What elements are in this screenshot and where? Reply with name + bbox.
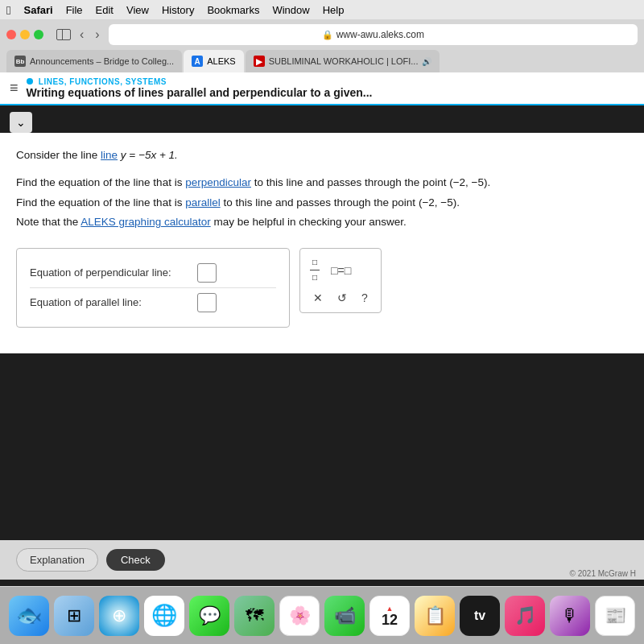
- check-button[interactable]: Check: [106, 549, 165, 571]
- audio-icon: 🔊: [422, 57, 431, 66]
- dock-podcasts[interactable]: 🎙: [550, 596, 590, 636]
- tab-favicon-aleks: A: [192, 56, 203, 67]
- calculator-link[interactable]: ALEKS graphing calculator: [80, 216, 210, 228]
- perp-label: Equation of perpendicular line:: [30, 263, 191, 282]
- problem-intro: Consider the line line y = −5x + 1.: [16, 146, 628, 165]
- parallel-instruction: Find the equation of the line that is pa…: [16, 193, 628, 213]
- perp-instruction: Find the equation of the line that is pe…: [16, 173, 628, 192]
- dock-notes[interactable]: 📋: [415, 596, 455, 636]
- clear-button[interactable]: ✕: [310, 290, 326, 306]
- equation-box: Equation of perpendicular line: Equation…: [16, 248, 290, 328]
- dock-calendar[interactable]: ▲ 12: [369, 596, 410, 636]
- minimize-button[interactable]: [20, 30, 30, 39]
- box-equals-button[interactable]: □=□: [328, 262, 354, 279]
- dock-maps[interactable]: 🗺: [234, 596, 275, 636]
- bottom-bar: Explanation Check: [0, 540, 644, 580]
- fullscreen-button[interactable]: [34, 30, 43, 39]
- menu-safari[interactable]: Safari: [23, 4, 52, 16]
- parallel-point: (−2, −5).: [419, 196, 460, 208]
- menu-bookmarks[interactable]: Bookmarks: [207, 4, 259, 16]
- menu-help[interactable]: Help: [323, 4, 345, 16]
- perpendicular-link[interactable]: perpendicular: [185, 176, 251, 188]
- line-equation: y = −5x + 1.: [121, 149, 178, 161]
- fraction-button[interactable]: □ □: [310, 255, 320, 285]
- perp-point: (−2, −5).: [449, 176, 490, 188]
- dock-tv[interactable]: tv: [460, 596, 500, 636]
- tab-aleks[interactable]: A ALEKS: [184, 50, 243, 72]
- forward-button[interactable]: ›: [93, 27, 101, 42]
- apple-menu[interactable]: : [6, 3, 10, 17]
- dropdown-button[interactable]: ⌄: [10, 112, 32, 133]
- url-text: www-awu.aleks.com: [336, 29, 424, 40]
- menu-history[interactable]: History: [162, 4, 194, 16]
- parallel-input[interactable]: [197, 293, 217, 312]
- aleks-bar: ≡ LINES, FUNCTIONS, SYSTEMS Writing equa…: [0, 72, 644, 105]
- close-button[interactable]: [6, 30, 16, 39]
- lock-icon: 🔒: [322, 30, 333, 40]
- tab-label-announcements: Announcements – Bridge to Colleg...: [30, 56, 174, 66]
- palette-row-2: ✕ ↺ ?: [310, 290, 371, 306]
- dock-chrome[interactable]: 🌐: [144, 596, 184, 636]
- tabs-row: Bb Announcements – Bridge to Colleg... A…: [6, 50, 638, 72]
- tab-announcements[interactable]: Bb Announcements – Bridge to Colleg...: [6, 50, 182, 72]
- dock-finder[interactable]: 🐟: [9, 596, 49, 636]
- tab-label-aleks: ALEKS: [207, 56, 235, 66]
- parallel-label: Equation of parallel line:: [30, 293, 191, 312]
- topic-category: LINES, FUNCTIONS, SYSTEMS: [27, 77, 634, 86]
- tab-favicon-announcements: Bb: [14, 56, 26, 67]
- undo-button[interactable]: ↺: [334, 290, 350, 306]
- topic-title: Writing equations of lines parallel and …: [27, 86, 634, 99]
- dock-music[interactable]: 🎵: [505, 596, 545, 636]
- dock-launchpad[interactable]: ⊞: [54, 596, 94, 636]
- perp-row: Equation of perpendicular line:: [30, 258, 276, 287]
- hamburger-menu[interactable]: ≡: [10, 80, 19, 97]
- topic-info: LINES, FUNCTIONS, SYSTEMS Writing equati…: [27, 77, 634, 99]
- dock-facetime[interactable]: 📹: [324, 596, 365, 636]
- traffic-lights: [6, 30, 43, 39]
- tab-label-youtube: SUBLIMINAL WORKAHOLIC | LOFI...: [269, 56, 419, 66]
- problem-area: Consider the line line y = −5x + 1. Find…: [0, 133, 644, 353]
- address-bar[interactable]: 🔒 www-awu.aleks.com: [109, 24, 638, 45]
- help-button[interactable]: ?: [358, 290, 371, 306]
- note-instruction: Note that the ALEKS graphing calculator …: [16, 213, 628, 232]
- parallel-row: Equation of parallel line:: [30, 287, 276, 317]
- inputs-row: Equation of perpendicular line: Equation…: [16, 235, 628, 341]
- menu-file[interactable]: File: [66, 4, 83, 16]
- menubar:  Safari File Edit View History Bookmark…: [0, 0, 644, 19]
- explanation-button[interactable]: Explanation: [16, 548, 98, 572]
- parallel-link[interactable]: parallel: [185, 196, 221, 208]
- menu-window[interactable]: Window: [272, 4, 309, 16]
- dock-safari[interactable]: ⊕: [99, 596, 139, 636]
- menu-edit[interactable]: Edit: [96, 4, 114, 16]
- tab-youtube[interactable]: ▶ SUBLIMINAL WORKAHOLIC | LOFI... 🔊: [246, 50, 440, 72]
- dock: 🐟 ⊞ ⊕ 🌐 💬 🗺 🌸 📹 ▲ 12 📋 tv 🎵 🎙 📰: [0, 586, 644, 644]
- dock-news[interactable]: 📰: [595, 596, 635, 636]
- browser-chrome: ‹ › 🔒 www-awu.aleks.com Bb Announcements…: [0, 19, 644, 72]
- back-button[interactable]: ‹: [77, 27, 86, 42]
- palette-row-1: □ □ □=□: [310, 255, 371, 285]
- tab-view-icon[interactable]: [56, 29, 71, 40]
- category-dot: [27, 78, 33, 85]
- menu-view[interactable]: View: [126, 4, 149, 16]
- line-link[interactable]: line: [101, 149, 118, 161]
- tab-favicon-youtube: ▶: [254, 56, 265, 67]
- copyright-text: © 2021 McGraw H: [570, 569, 636, 578]
- dock-messages[interactable]: 💬: [189, 596, 229, 636]
- math-palette: □ □ □=□ ✕ ↺ ?: [299, 248, 382, 313]
- dock-photos[interactable]: 🌸: [279, 596, 320, 636]
- perp-input[interactable]: [197, 263, 217, 283]
